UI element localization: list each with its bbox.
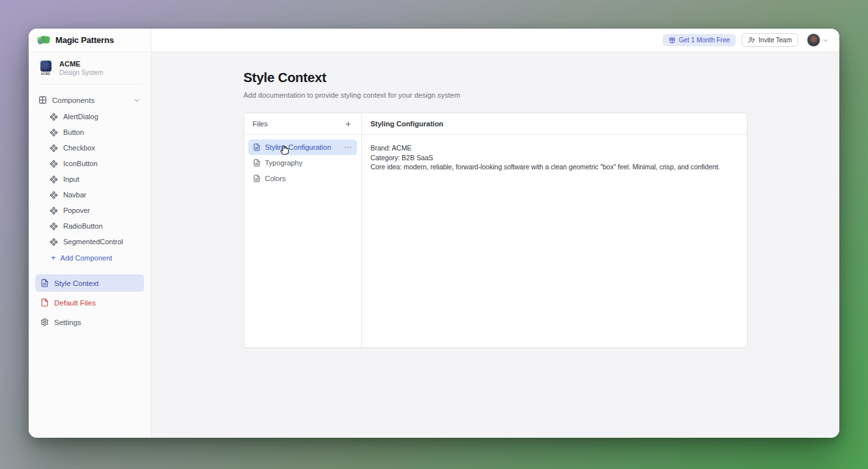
avatar	[807, 33, 820, 47]
component-icon	[50, 238, 58, 246]
sidebar-item-button[interactable]: Button	[35, 124, 144, 140]
page-subtitle: Add documentation to provide styling con…	[244, 91, 747, 99]
add-file-button[interactable]: +	[344, 119, 352, 128]
team-subtitle: Design System	[59, 69, 103, 76]
files-panel: Files + Styling Configuration ⋯ T	[244, 113, 362, 347]
detail-panel: Styling Configuration Brand: ACME Catego…	[362, 113, 747, 347]
brand-name: Magic Patterns	[55, 35, 114, 45]
component-icon	[50, 206, 58, 215]
file-text-icon	[253, 143, 261, 151]
component-icon	[50, 113, 58, 121]
style-context-label: Style Context	[54, 279, 98, 287]
components-label: Components	[52, 96, 94, 104]
sidebar-nav: Components AlertDialog Button Checkbox I…	[29, 89, 151, 438]
component-label: Input	[63, 175, 79, 183]
file-text-icon	[40, 279, 49, 287]
file-item-typography[interactable]: Typography	[248, 155, 357, 171]
style-context-card: Files + Styling Configuration ⋯ T	[244, 113, 747, 348]
chevron-down-icon	[133, 96, 141, 104]
add-component-button[interactable]: + Add Component	[35, 249, 144, 266]
promo-label: Get 1 Month Free	[679, 36, 730, 44]
page-content: Style Context Add documentation to provi…	[151, 52, 839, 438]
component-icon	[50, 175, 58, 184]
magic-patterns-logo-icon	[37, 35, 51, 46]
sidebar-item-input[interactable]: Input	[35, 171, 144, 187]
files-header-label: Files	[253, 120, 268, 128]
component-label: Checkbox	[63, 144, 95, 152]
sidebar-item-iconbutton[interactable]: IconButton	[35, 156, 144, 171]
file-item-colors[interactable]: Colors	[248, 171, 357, 186]
detail-panel-header: Styling Configuration	[362, 113, 747, 135]
sidebar-item-segmentedcontrol[interactable]: SegmentedControl	[35, 234, 144, 249]
file-name: Colors	[265, 175, 353, 182]
component-label: Popover	[63, 206, 90, 214]
detail-line-brand: Brand: ACME	[371, 143, 738, 153]
component-icon	[50, 160, 58, 168]
file-icon	[40, 298, 49, 307]
detail-line-category: Category: B2B SaaS	[371, 153, 738, 163]
team-logo-image	[40, 61, 51, 72]
topbar: Get 1 Month Free Invite Team	[151, 29, 839, 52]
invite-team-button[interactable]: Invite Team	[742, 33, 798, 47]
grid-icon	[38, 96, 47, 104]
account-menu[interactable]	[807, 33, 829, 47]
sidebar-divider	[38, 84, 141, 85]
component-label: Navbar	[63, 191, 86, 199]
file-name: Styling Configuration	[265, 143, 340, 151]
sidebar-item-radiobutton[interactable]: RadioButton	[35, 218, 144, 234]
sidebar-item-style-context[interactable]: Style Context	[35, 274, 144, 292]
sidebar-item-checkbox[interactable]: Checkbox	[35, 140, 144, 156]
sidebar: Magic Patterns ACME ACME Design System C…	[29, 29, 151, 438]
sidebar-item-settings[interactable]: Settings	[35, 313, 144, 331]
component-icon	[50, 191, 58, 199]
component-label: IconButton	[63, 160, 98, 167]
add-component-label: Add Component	[61, 254, 113, 262]
team-logo: ACME	[38, 61, 53, 76]
components-section-toggle[interactable]: Components	[35, 91, 144, 109]
files-list: Styling Configuration ⋯ Typography Color…	[244, 135, 361, 191]
user-plus-icon	[748, 36, 755, 44]
component-label: Button	[63, 128, 84, 136]
chevron-down-icon	[822, 37, 829, 44]
component-icon	[50, 144, 58, 152]
settings-label: Settings	[54, 319, 81, 326]
team-logo-caption: ACME	[41, 72, 50, 76]
sidebar-item-navbar[interactable]: Navbar	[35, 187, 144, 203]
app-window: Magic Patterns ACME ACME Design System C…	[29, 29, 839, 438]
page-title: Style Context	[244, 70, 747, 85]
sidebar-item-default-files[interactable]: Default Files	[35, 294, 144, 311]
component-icon	[50, 128, 58, 137]
detail-line-core-idea: Core idea: modern, reliable, forward-loo…	[371, 162, 738, 172]
sidebar-item-popover[interactable]: Popover	[35, 203, 144, 218]
get-month-free-button[interactable]: Get 1 Month Free	[663, 34, 736, 46]
more-options-icon[interactable]: ⋯	[344, 143, 353, 152]
detail-body[interactable]: Brand: ACME Category: B2B SaaS Core idea…	[362, 135, 747, 180]
main-area: Get 1 Month Free Invite Team Style Conte…	[151, 29, 839, 438]
default-files-label: Default Files	[54, 299, 96, 307]
invite-label: Invite Team	[759, 36, 792, 44]
team-switcher[interactable]: ACME ACME Design System	[29, 52, 151, 83]
component-icon	[50, 222, 58, 231]
gear-icon	[40, 318, 49, 326]
component-label: AlertDialog	[63, 113, 98, 121]
brand-header: Magic Patterns	[29, 29, 151, 52]
component-label: SegmentedControl	[63, 238, 123, 246]
gift-icon	[669, 36, 676, 44]
plus-icon: +	[51, 255, 56, 261]
file-item-styling-configuration[interactable]: Styling Configuration ⋯	[248, 139, 357, 155]
team-name: ACME	[59, 60, 103, 68]
file-text-icon	[253, 175, 261, 182]
file-text-icon	[253, 159, 261, 167]
component-label: RadioButton	[63, 222, 103, 230]
file-name: Typography	[265, 159, 353, 167]
sidebar-item-alertdialog[interactable]: AlertDialog	[35, 109, 144, 124]
files-panel-header: Files +	[244, 113, 361, 135]
